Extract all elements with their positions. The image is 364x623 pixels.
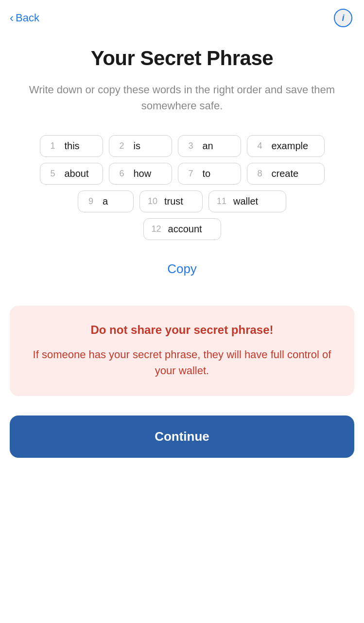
nav-bar: ‹ Back i — [0, 0, 364, 32]
word-number-4: 4 — [255, 141, 265, 151]
word-chip-1: 1 this — [40, 135, 103, 157]
word-number-5: 5 — [48, 169, 58, 179]
word-text-2: is — [134, 140, 140, 152]
word-number-1: 1 — [48, 141, 58, 151]
word-text-6: how — [134, 168, 152, 179]
words-row-3: 9 a 10 trust 11 wallet — [78, 190, 286, 212]
word-chip-3: 3 an — [178, 135, 241, 157]
back-label: Back — [16, 12, 39, 24]
word-text-12: account — [168, 224, 202, 235]
word-chip-7: 7 to — [178, 163, 241, 185]
copy-button[interactable]: Copy — [167, 261, 197, 277]
word-number-10: 10 — [148, 196, 157, 207]
back-chevron-icon: ‹ — [10, 12, 14, 24]
word-chip-11: 11 wallet — [208, 190, 286, 212]
word-chip-10: 10 trust — [139, 190, 203, 212]
word-text-8: create — [272, 168, 299, 179]
word-number-3: 3 — [186, 141, 196, 151]
word-number-8: 8 — [255, 169, 265, 179]
word-chip-9: 9 a — [78, 190, 134, 212]
word-number-11: 11 — [217, 196, 226, 207]
page-title: Your Secret Phrase — [19, 47, 345, 70]
word-number-12: 12 — [152, 224, 161, 234]
word-text-1: this — [65, 140, 80, 152]
word-chip-5: 5 about — [40, 163, 103, 185]
word-number-7: 7 — [186, 169, 196, 179]
words-row-4: 12 account — [143, 218, 221, 240]
subtitle: Write down or copy these words in the ri… — [19, 82, 345, 114]
word-text-7: to — [203, 168, 211, 179]
word-text-9: a — [103, 196, 108, 207]
words-row-1: 1 this 2 is 3 an 4 example — [40, 135, 325, 157]
word-chip-8: 8 create — [247, 163, 325, 185]
word-text-5: about — [65, 168, 89, 179]
words-grid: 1 this 2 is 3 an 4 example 5 about — [19, 135, 345, 240]
continue-button[interactable]: Continue — [10, 415, 354, 458]
back-button[interactable]: ‹ Back — [10, 10, 39, 26]
word-number-6: 6 — [117, 169, 127, 179]
word-text-3: an — [203, 140, 213, 152]
word-number-9: 9 — [86, 196, 96, 207]
word-number-2: 2 — [117, 141, 127, 151]
word-chip-4: 4 example — [247, 135, 325, 157]
word-chip-12: 12 account — [143, 218, 221, 240]
main-content: Your Secret Phrase Write down or copy th… — [0, 32, 364, 306]
info-button[interactable]: i — [334, 9, 352, 27]
word-text-11: wallet — [233, 196, 258, 207]
warning-body: If someone has your secret phrase, they … — [24, 346, 340, 379]
warning-box: Do not share your secret phrase! If some… — [10, 306, 354, 396]
word-chip-2: 2 is — [109, 135, 172, 157]
info-icon: i — [342, 13, 344, 23]
word-text-4: example — [272, 140, 309, 152]
words-row-2: 5 about 6 how 7 to 8 create — [40, 163, 325, 185]
bottom-section: Do not share your secret phrase! If some… — [0, 306, 364, 458]
warning-title: Do not share your secret phrase! — [24, 323, 340, 337]
word-chip-6: 6 how — [109, 163, 172, 185]
word-text-10: trust — [164, 196, 183, 207]
